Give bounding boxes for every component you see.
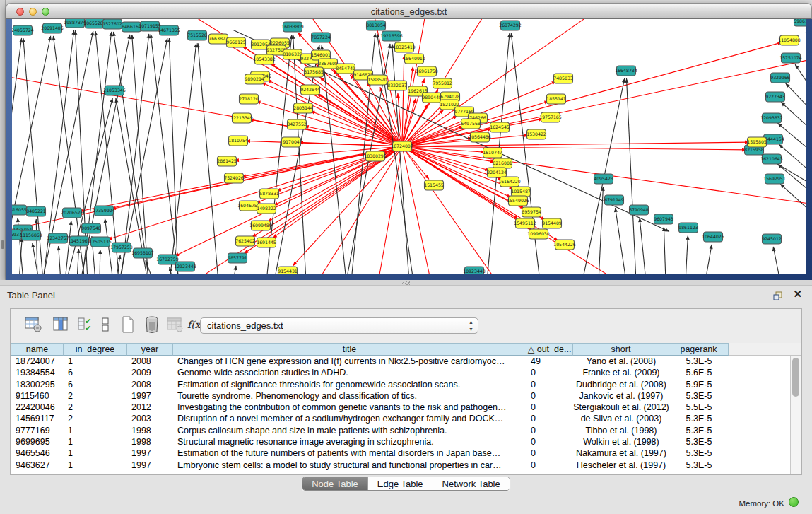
table-row[interactable]: 946554611997Estimation of the future num…: [11, 448, 801, 459]
network-node[interactable]: 17957253: [110, 243, 133, 252]
network-node[interactable]: 16164220: [498, 177, 521, 187]
network-node[interactable]: 10543382: [253, 54, 276, 64]
memory-status-icon[interactable]: [789, 497, 799, 507]
network-node[interactable]: 1691445: [257, 238, 276, 247]
delete-table-icon[interactable]: [165, 315, 184, 334]
network-node[interactable]: 8322037: [387, 81, 407, 90]
network-node[interactable]: 1595805: [747, 137, 767, 147]
network-node[interactable]: 8186328: [283, 49, 302, 59]
network-node[interactable]: 1610747: [483, 148, 502, 158]
network-node[interactable]: 9245012: [762, 234, 782, 244]
network-node[interactable]: 4095428: [594, 174, 613, 184]
network-node[interactable]: 9660125: [226, 37, 246, 47]
table-row[interactable]: 2242004622012Investigating the contribut…: [11, 402, 801, 413]
column-selection-icon[interactable]: ✔✔: [76, 315, 95, 334]
network-node[interactable]: 14671355: [158, 25, 180, 35]
network-node[interactable]: 8427552: [287, 119, 307, 129]
network-node[interactable]: 12342757: [47, 233, 69, 243]
network-node[interactable]: 1015487: [511, 187, 531, 197]
network-node[interactable]: 9097548: [81, 223, 101, 233]
network-node[interactable]: 26874292: [499, 21, 522, 30]
network-node[interactable]: 9890214: [245, 74, 264, 84]
network-node[interactable]: 9242844: [300, 85, 320, 95]
network-node[interactable]: 1624545: [490, 122, 510, 132]
column-header-short[interactable]: short: [573, 343, 669, 356]
network-node[interactable]: 18724007: [391, 141, 413, 151]
network-node[interactable]: 16961758: [416, 66, 438, 76]
network-canvas-svg[interactable]: 1872400724055724206914061988737410655287…: [12, 19, 806, 274]
network-node[interactable]: 15495112: [514, 218, 536, 228]
row-height-icon[interactable]: [95, 315, 115, 334]
network-node[interactable]: 10644026: [702, 232, 724, 242]
network-node[interactable]: 5986124: [794, 19, 806, 26]
network-node[interactable]: 12213349: [230, 113, 253, 123]
network-node[interactable]: 18300295: [364, 151, 387, 161]
network-node[interactable]: 19757165: [539, 112, 562, 122]
table-row[interactable]: 946362711997Embryonic stem cells: a mode…: [11, 460, 801, 471]
network-node[interactable]: 15751074: [779, 53, 802, 63]
network-node[interactable]: 7955812: [433, 78, 452, 88]
divider-grip-icon[interactable]: [401, 281, 410, 285]
network-node[interactable]: 20691406: [41, 23, 64, 33]
network-node[interactable]: 10996030: [527, 229, 550, 239]
scrollbar-thumb[interactable]: [792, 358, 799, 397]
network-node[interactable]: 9329966: [770, 73, 790, 83]
network-node[interactable]: 2718120: [239, 94, 259, 104]
network-node[interactable]: 20206576: [61, 208, 83, 218]
network-node[interactable]: 7857224: [311, 33, 331, 42]
network-node[interactable]: 7625402: [235, 236, 255, 246]
network-node[interactable]: 6497568: [461, 119, 481, 129]
network-node[interactable]: 7663822: [208, 34, 228, 44]
network-node[interactable]: 20564486: [469, 132, 491, 142]
network-node[interactable]: 9890448: [422, 93, 442, 103]
column-header-name[interactable]: name: [11, 343, 64, 356]
table-row[interactable]: 911546021997Tourette syndrome. Phenomeno…: [11, 390, 801, 402]
network-node[interactable]: 11451969: [68, 236, 90, 246]
tab-network-table[interactable]: Network Table: [433, 477, 510, 490]
tab-node-table[interactable]: Node Table: [302, 477, 367, 490]
table-row[interactable]: 977716911998Corpus callosum shape and si…: [11, 425, 801, 436]
network-node[interactable]: 18325419: [393, 42, 416, 52]
column-header-out_de[interactable]: △ out_de...: [526, 343, 573, 356]
network-node[interactable]: 7515526: [187, 30, 207, 40]
network-node[interactable]: 16648784: [615, 66, 637, 76]
network-node[interactable]: 16033809: [281, 22, 304, 32]
network-node[interactable]: 16782759: [156, 255, 179, 264]
column-header-title[interactable]: title: [173, 343, 526, 356]
network-node[interactable]: 8216001: [493, 158, 512, 168]
network-node[interactable]: 16210643: [760, 154, 783, 164]
network-node[interactable]: 15549026: [507, 196, 529, 206]
network-node[interactable]: 6791949: [604, 195, 624, 205]
network-node[interactable]: 8959754: [522, 207, 541, 217]
column-header-year[interactable]: year: [127, 343, 173, 356]
table-row[interactable]: 1830029562008Estimation of significance …: [11, 379, 801, 390]
table-row[interactable]: 1872400712008Changes of HCN gene express…: [11, 356, 801, 367]
network-node[interactable]: 21053346: [103, 86, 126, 95]
horizontal-split-divider[interactable]: [0, 280, 812, 286]
network-node[interactable]: 3175685: [304, 67, 324, 77]
network-node[interactable]: 18640910: [403, 54, 425, 64]
float-window-icon[interactable]: [772, 290, 784, 301]
vertical-scrollbar[interactable]: [790, 356, 801, 474]
network-node[interactable]: 15692951: [763, 174, 786, 184]
network-node[interactable]: 6790948: [629, 205, 649, 215]
network-node[interactable]: 12505135: [89, 237, 112, 247]
table-row[interactable]: 1938455462009Genome-wide association stu…: [11, 367, 801, 378]
network-node[interactable]: 9857791: [228, 253, 247, 263]
delete-column-icon[interactable]: [142, 315, 162, 334]
column-header-in_degree[interactable]: in_degree: [64, 343, 127, 356]
network-node[interactable]: 7485033: [553, 74, 573, 83]
network-node[interactable]: 8813054: [366, 21, 386, 30]
divider-grip-icon[interactable]: [1, 240, 4, 249]
network-node[interactable]: 11156869: [20, 230, 42, 240]
panel-close-icon[interactable]: ✕: [793, 288, 802, 300]
network-node[interactable]: 1855141: [546, 94, 566, 104]
network-node[interactable]: 9861123: [678, 223, 698, 233]
network-node[interactable]: 19218596: [380, 31, 403, 41]
network-node[interactable]: 8485221: [26, 206, 46, 216]
network-node[interactable]: 7524026: [224, 173, 244, 183]
network-node[interactable]: 1588520: [367, 75, 387, 85]
network-node[interactable]: 10544226: [553, 240, 576, 250]
network-node[interactable]: 1527602: [102, 19, 122, 29]
network-node[interactable]: 917004: [282, 137, 301, 147]
